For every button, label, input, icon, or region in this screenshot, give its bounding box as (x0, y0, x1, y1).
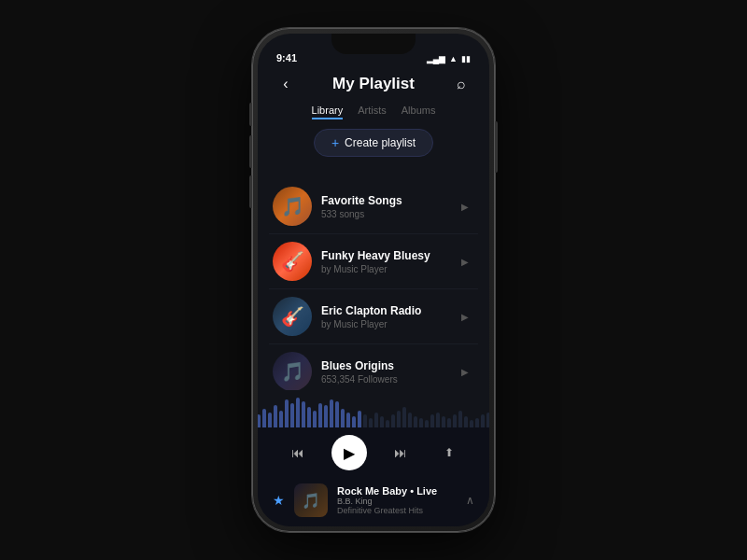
waveform-bar (258, 414, 261, 427)
waveform-bar (414, 416, 417, 427)
now-playing-title: Rock Me Baby • Live (337, 485, 466, 497)
status-time: 9:41 (276, 52, 297, 63)
player-area: ⏮ ▶ ⏭ ⬆ ★ 🎵 Rock Me Baby • Live (258, 427, 489, 526)
waveform-bar (425, 420, 429, 427)
waveform-bar (341, 409, 345, 427)
waveform-bar (402, 407, 406, 427)
item-sub: 653,354 Followers (321, 374, 456, 385)
waveform-bar (268, 413, 272, 427)
waveform-bar (430, 414, 434, 427)
item-name: Eric Clapton Radio (321, 304, 456, 317)
now-playing-album: Definitive Greatest Hits (337, 506, 466, 515)
tab-library[interactable]: Library (312, 105, 344, 119)
item-name: Funky Heavy Bluesy (321, 249, 456, 262)
now-playing-info: Rock Me Baby • Live B.B. King Definitive… (337, 485, 466, 515)
status-icons: ▂▄▆ ▲ ▮▮ (427, 54, 471, 63)
play-icon[interactable]: ▶ (456, 197, 474, 216)
waveform-bar (442, 416, 445, 427)
waveform-bar (352, 416, 356, 427)
list-item[interactable]: 🎵 Blues Origins 653,354 Followers ▶ (269, 344, 478, 390)
waveform-bar (290, 403, 294, 427)
phone-screen: 9:41 ▂▄▆ ▲ ▮▮ ‹ My Playlist ⌕ Library Ar… (258, 34, 489, 526)
expand-icon[interactable]: ∧ (466, 494, 474, 507)
tab-artists[interactable]: Artists (358, 105, 387, 119)
waveform-bar (262, 409, 266, 427)
waveform-bar (481, 414, 485, 427)
waveform-bar (324, 405, 328, 427)
item-info: Favorite Songs 533 songs (321, 194, 456, 219)
favorite-button[interactable]: ★ (273, 493, 285, 508)
item-info: Blues Origins 653,354 Followers (321, 359, 456, 385)
waveform-bar (369, 418, 373, 427)
tab-bar: Library Artists Albums (258, 105, 489, 129)
waveform-bar (274, 405, 277, 427)
waveform-bar (436, 413, 440, 427)
waveform-bar (391, 414, 395, 427)
wifi-icon: ▲ (449, 54, 458, 63)
list-item[interactable]: 🎸 Eric Clapton Radio by Music Player ▶ (269, 289, 478, 344)
list-item[interactable]: 🎸 Funky Heavy Bluesy by Music Player ▶ (269, 234, 478, 289)
avatar: 🎵 (273, 187, 312, 226)
play-icon: ▶ (344, 444, 355, 462)
back-icon: ‹ (283, 76, 288, 92)
back-button[interactable]: ‹ (273, 71, 299, 97)
phone-frame: 9:41 ▂▄▆ ▲ ▮▮ ‹ My Playlist ⌕ Library Ar… (252, 28, 495, 532)
volume-up-button[interactable] (249, 135, 252, 168)
volume-mute-button[interactable] (249, 103, 252, 126)
power-button[interactable] (495, 121, 498, 173)
item-info: Funky Heavy Bluesy by Music Player (321, 249, 456, 274)
item-sub: by Music Player (321, 319, 456, 329)
waveform-bar (302, 401, 305, 427)
waveform-bar (380, 416, 384, 427)
prev-icon: ⏮ (291, 445, 304, 460)
waveform-bar (374, 413, 378, 427)
share-button[interactable]: ⬆ (434, 438, 464, 468)
prev-button[interactable]: ⏮ (283, 438, 313, 468)
next-button[interactable]: ⏭ (386, 438, 416, 468)
share-icon: ⬆ (444, 446, 454, 459)
signal-icon: ▂▄▆ (427, 54, 445, 63)
player-controls: ⏮ ▶ ⏭ ⬆ (269, 435, 478, 470)
waveform-bar (313, 411, 317, 427)
play-icon[interactable]: ▶ (456, 307, 474, 326)
waveform-bar (358, 411, 361, 427)
avatar: 🎵 (273, 352, 312, 390)
page-title: My Playlist (332, 75, 415, 93)
waveform-bar (470, 420, 473, 427)
item-name: Favorite Songs (321, 194, 456, 207)
waveform-bar (475, 418, 479, 427)
create-playlist-label: Create playlist (345, 136, 416, 149)
search-icon: ⌕ (457, 76, 466, 92)
item-sub: by Music Player (321, 264, 456, 274)
waveform-bar (307, 407, 311, 427)
waveform-bar (397, 411, 401, 427)
waveform-bar (346, 413, 350, 427)
waveform-bar (330, 399, 333, 427)
avatar: 🎸 (273, 297, 312, 336)
volume-down-button[interactable] (249, 175, 252, 208)
play-icon[interactable]: ▶ (456, 362, 474, 381)
playlist-list: 🎵 Favorite Songs 533 songs ▶ 🎸 Funky Hea… (258, 179, 489, 390)
waveform-bar (386, 420, 389, 427)
item-sub: 533 songs (321, 209, 456, 219)
avatar: 🎸 (273, 242, 312, 281)
search-button[interactable]: ⌕ (448, 71, 474, 97)
waveform-bar (363, 414, 367, 427)
now-playing-artist: B.B. King (337, 497, 466, 506)
create-playlist-button[interactable]: + Create playlist (314, 129, 433, 157)
list-item[interactable]: 🎵 Favorite Songs 533 songs ▶ (269, 179, 478, 234)
notch (331, 34, 416, 54)
waveform-bar (279, 411, 283, 427)
waveform-bar (285, 399, 289, 427)
next-icon: ⏭ (394, 445, 407, 460)
tab-albums[interactable]: Albums (402, 105, 436, 119)
item-info: Eric Clapton Radio by Music Player (321, 304, 456, 329)
waveform-bar (318, 403, 322, 427)
play-button[interactable]: ▶ (331, 435, 367, 470)
waveform-bar (408, 413, 412, 427)
now-playing-avatar: 🎵 (294, 483, 328, 517)
waveform-bar (419, 418, 423, 427)
play-icon[interactable]: ▶ (456, 252, 474, 271)
waveform-bar (447, 418, 451, 427)
waveform-bar (458, 411, 462, 427)
